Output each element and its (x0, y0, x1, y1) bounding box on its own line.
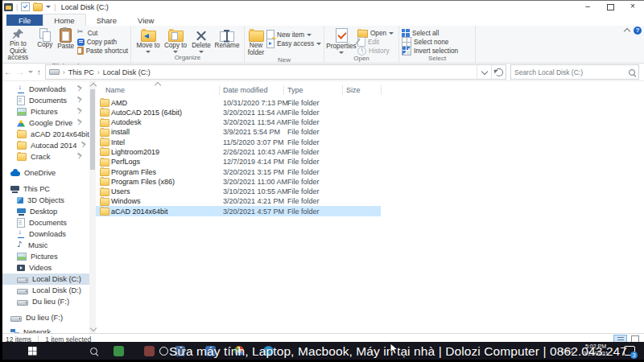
column-header-date-modified[interactable]: Date modified (223, 86, 268, 94)
edit-button[interactable]: Edit (357, 38, 394, 46)
taskbar-app-button[interactable] (142, 342, 156, 360)
refresh-button[interactable] (491, 65, 506, 79)
sidebar-scrollbar[interactable] (89, 81, 96, 333)
qat-customize-dropdown[interactable] (46, 6, 51, 8)
sidebar-item-du-lieu-f[interactable]: Du lieu (F:) (0, 296, 89, 307)
up-button[interactable]: ↑ (37, 68, 41, 76)
recent-locations-dropdown[interactable] (28, 71, 33, 73)
address-dropdown[interactable] (477, 65, 491, 79)
scrollbar-thumb[interactable] (90, 89, 95, 170)
column-divider[interactable] (283, 85, 284, 95)
file-date: 3/20/2021 4:21 PM (223, 197, 284, 205)
sidebar-item-desktop[interactable]: Desktop (0, 206, 89, 217)
invert-selection-button[interactable]: Invert selection (402, 47, 458, 55)
maximize-button[interactable] (599, 1, 621, 13)
minimize-button[interactable]: – (576, 1, 599, 13)
file-row-windows[interactable]: Windows3/20/2021 4:21 PMFile folder (96, 196, 381, 206)
back-button[interactable]: ← (4, 68, 12, 76)
column-divider[interactable] (219, 85, 220, 95)
new-folder-button[interactable]: New folder (247, 27, 265, 56)
qat-new-folder-button[interactable] (33, 3, 43, 11)
sidebar-item-pictures[interactable]: Pictures (0, 251, 89, 262)
file-row-perflogs[interactable]: PerfLogs12/7/2019 4:14 PMFile folder (96, 157, 381, 167)
taskbar-app-button[interactable] (111, 342, 126, 360)
address-box[interactable]: › This PC › Local Disk (C:) (45, 64, 506, 80)
breadcrumb-this-pc[interactable]: This PC (68, 68, 94, 76)
file-row-acad-2014x64bit[interactable]: aCAD 2014x64bit3/20/2021 4:57 PMFile fol… (96, 206, 381, 216)
history-button[interactable]: History (357, 47, 394, 55)
copy-to-button[interactable]: Copy to (163, 27, 188, 53)
search-input[interactable] (514, 68, 626, 76)
sidebar-item-acad-2014x64bit[interactable]: aCAD 2014x64bit (0, 129, 89, 140)
qat-properties-button[interactable] (21, 2, 30, 11)
start-button[interactable] (23, 342, 42, 360)
sidebar-item-videos[interactable]: Videos (0, 262, 89, 274)
file-row-lightroom2019[interactable]: Lightroom20192/26/2021 10:43 AMFile fold… (96, 146, 381, 156)
sidebar-item-label: Crack (31, 153, 50, 161)
pin-to-quick-access-button[interactable]: Pin to Quick access (2, 27, 34, 62)
new-item-button[interactable]: New item (266, 31, 321, 39)
column-divider[interactable] (342, 85, 343, 95)
tab-file[interactable]: File (6, 14, 43, 26)
sidebar-item-crack[interactable]: Crack (0, 151, 89, 162)
file-row-amd[interactable]: AMD10/31/2020 7:13 PMFile folder (96, 97, 381, 107)
column-header-size[interactable]: Size (346, 86, 361, 94)
file-row-intel[interactable]: Intel11/5/2020 3:07 PMFile folder (96, 137, 381, 146)
column-header-name[interactable]: Name (105, 86, 125, 94)
sidebar-item-music[interactable]: Music (0, 240, 89, 251)
sidebar-item-pictures[interactable]: Pictures (0, 106, 89, 117)
rename-button[interactable]: Rename (214, 27, 240, 50)
help-icon[interactable]: ? (634, 27, 642, 35)
select-none-button[interactable]: Select none (402, 38, 458, 46)
file-row-autocad-2015-64bit[interactable]: AutoCAD 2015 (64bit)3/20/2021 11:54 AMFi… (96, 107, 381, 117)
delete-button[interactable]: Delete (190, 27, 213, 53)
sidebar-item-downloads[interactable]: Downloads (0, 228, 89, 240)
folder-icon (100, 148, 109, 156)
copy-icon (39, 28, 51, 41)
file-date: 2/26/2021 10:43 AM (223, 148, 288, 156)
file-row-program-files-x86[interactable]: Program Files (x86)3/20/2021 11:00 AMFil… (96, 176, 381, 186)
sidebar-item-local-disk-d[interactable]: Local Disk (D:) (0, 285, 89, 296)
tab-home[interactable]: Home (43, 14, 85, 26)
properties-button[interactable]: Properties (327, 27, 356, 54)
dropdown-caret (307, 34, 312, 36)
copy-path-button[interactable]: Copy path (77, 38, 128, 46)
sidebar-item-onedrive[interactable]: OneDrive (0, 167, 89, 179)
open-button[interactable]: Open (357, 29, 394, 37)
tab-share[interactable]: Share (86, 14, 127, 26)
cut-button[interactable]: Cut (77, 29, 128, 37)
cortana-button[interactable] (158, 342, 169, 360)
file-row-program-files[interactable]: Program Files3/20/2021 3:15 PMFile folde… (96, 167, 381, 176)
open-folder-icon (357, 30, 368, 38)
forward-button[interactable]: → (16, 68, 24, 76)
file-row-autodesk[interactable]: Autodesk3/20/2021 11:54 AMFile folder (96, 117, 381, 127)
paste-button[interactable]: Paste (56, 27, 76, 51)
taskbar-search-button[interactable] (85, 342, 101, 360)
sidebar-item-downloads[interactable]: Downloads (0, 84, 89, 95)
file-row-users[interactable]: Users3/10/2021 10:55 AMFile folder (96, 187, 381, 196)
tab-view[interactable]: View (127, 14, 164, 26)
easy-access-button[interactable]: Easy access (266, 39, 321, 47)
column-header-type[interactable]: Type (287, 86, 303, 94)
copy-button[interactable]: Copy (35, 27, 55, 49)
sidebar-item-documents[interactable]: Documents (0, 95, 89, 106)
select-all-button[interactable]: Select all (402, 29, 458, 37)
paste-shortcut-button[interactable]: Paste shortcut (77, 47, 128, 55)
3d-objects-icon (17, 197, 23, 204)
sidebar-item-local-disk-c[interactable]: Local Disk (C:) (0, 274, 89, 285)
folder-icon (100, 158, 109, 167)
refresh-icon (495, 68, 503, 76)
sidebar-item-this-pc[interactable]: This PC (0, 183, 89, 195)
close-button[interactable]: × (621, 1, 644, 13)
sidebar-item-du-lieu-f[interactable]: Du lieu (F:) (0, 312, 89, 323)
sidebar-item-documents[interactable]: Documents (0, 217, 89, 228)
file-row-install[interactable]: install3/9/2021 5:54 PMFile folder (96, 127, 381, 137)
column-divider[interactable] (381, 85, 382, 95)
move-to-button[interactable]: Move to (135, 27, 161, 53)
sidebar-item-3d-objects[interactable]: 3D Objects (0, 195, 89, 206)
sidebar-item-autocad-2014[interactable]: Autocad 2014 (0, 140, 89, 151)
sidebar-item-google-drive[interactable]: Google Drive (0, 117, 89, 129)
sidebar-item-label: Local Disk (D:) (32, 286, 81, 294)
sidebar-item-network[interactable]: Network (0, 327, 89, 333)
breadcrumb-local-disk-c[interactable]: Local Disk (C:) (103, 68, 151, 76)
